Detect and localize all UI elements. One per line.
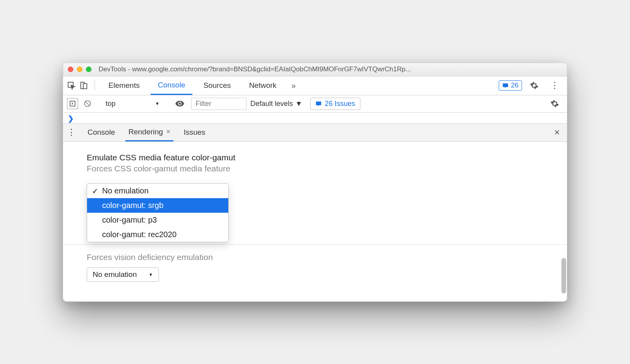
dropdown-option[interactable]: No emulation (87, 184, 228, 198)
settings-icon[interactable] (526, 81, 542, 90)
section-description-obscured: Forces vision deficiency emulation (87, 253, 543, 262)
context-selector[interactable]: top ▼ (101, 100, 164, 108)
traffic-lights (68, 67, 91, 72)
dropdown-option[interactable]: color-gamut: p3 (87, 213, 228, 227)
issues-badge-count: 26 (511, 82, 518, 89)
maximize-window-button[interactable] (86, 67, 91, 72)
tabs-overflow-icon[interactable]: » (287, 81, 300, 90)
context-selector-value: top (106, 100, 116, 108)
clear-console-icon[interactable] (82, 98, 93, 109)
device-toggle-icon[interactable] (80, 81, 88, 90)
dropdown-option[interactable]: color-gamut: rec2020 (87, 227, 228, 242)
minimize-window-button[interactable] (77, 67, 82, 72)
dropdown-arrow-icon: ▼ (295, 100, 302, 108)
console-prompt[interactable]: ❯ (63, 113, 567, 124)
select-value: No emulation (93, 270, 137, 279)
section-title: Emulate CSS media feature color-gamut (87, 153, 543, 162)
filter-input[interactable] (191, 98, 246, 110)
color-gamut-dropdown[interactable]: No emulation color-gamut: srgb color-gam… (87, 183, 229, 242)
close-tab-icon[interactable]: × (166, 128, 170, 136)
devtools-window: DevTools - www.google.com/chrome/?brand=… (63, 63, 567, 302)
titlebar: DevTools - www.google.com/chrome/?brand=… (63, 63, 567, 76)
close-window-button[interactable] (68, 67, 73, 72)
drawer-more-icon[interactable]: ⋮ (67, 127, 77, 137)
live-expression-icon[interactable] (172, 100, 187, 107)
issues-badge[interactable]: 26 (499, 80, 522, 91)
close-drawer-icon[interactable]: × (551, 127, 563, 138)
dropdown-option[interactable]: color-gamut: srgb (87, 198, 228, 213)
console-toolbar: top ▼ Default levels ▼ 26 Issues (63, 95, 567, 113)
issues-button-label: 26 Issues (325, 100, 355, 108)
tab-elements[interactable]: Elements (101, 76, 147, 95)
log-levels-selector[interactable]: Default levels ▼ (250, 100, 302, 108)
console-settings-icon[interactable] (546, 99, 563, 108)
window-title: DevTools - www.google.com/chrome/?brand=… (99, 65, 562, 73)
main-toolbar: Elements Console Sources Network » 26 ⋮ (63, 76, 567, 95)
drawer-tabbar: ⋮ Console Rendering × Issues × (63, 124, 567, 142)
scrollbar-thumb[interactable] (561, 258, 566, 293)
inspect-icon[interactable] (67, 81, 76, 90)
issues-button[interactable]: 26 Issues (310, 98, 360, 110)
dropdown-arrow-icon: ▼ (155, 101, 160, 106)
drawer-tab-console[interactable]: Console (84, 124, 118, 141)
more-menu-icon[interactable]: ⋮ (546, 80, 563, 91)
tab-console[interactable]: Console (151, 76, 192, 95)
svg-rect-2 (83, 84, 87, 89)
drawer-tab-rendering[interactable]: Rendering × (125, 124, 173, 141)
tab-sources[interactable]: Sources (196, 76, 238, 95)
tab-network[interactable]: Network (242, 76, 284, 95)
dropdown-arrow-icon: ▼ (149, 272, 153, 277)
drawer-tab-issues[interactable]: Issues (181, 124, 209, 141)
rendering-panel: Emulate CSS media feature color-gamut Fo… (63, 142, 567, 301)
separator (95, 80, 95, 91)
vision-deficiency-select[interactable]: No emulation ▼ (87, 267, 159, 282)
divider (63, 244, 567, 245)
section-description: Forces CSS color-gamut media feature (87, 164, 543, 173)
console-sidebar-toggle-icon[interactable] (67, 98, 78, 109)
log-levels-label: Default levels (250, 100, 293, 108)
